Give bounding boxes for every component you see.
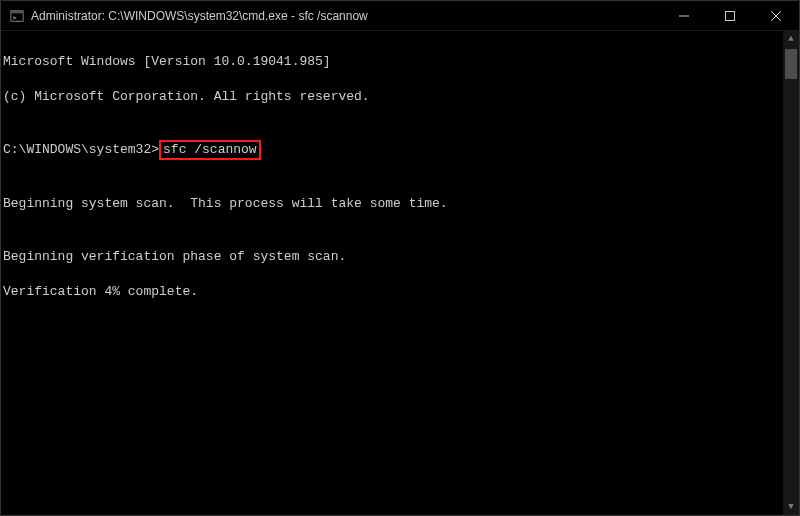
- scrollbar-thumb[interactable]: [785, 49, 797, 79]
- cmd-window: >_ Administrator: C:\WINDOWS\system32\cm…: [0, 0, 800, 516]
- verification-phase-line: Beginning verification phase of system s…: [3, 248, 797, 266]
- titlebar[interactable]: >_ Administrator: C:\WINDOWS\system32\cm…: [1, 1, 799, 31]
- version-line: Microsoft Windows [Version 10.0.19041.98…: [3, 53, 797, 71]
- svg-text:>_: >_: [13, 13, 21, 21]
- minimize-button[interactable]: [661, 1, 707, 30]
- scan-begin-line: Beginning system scan. This process will…: [3, 195, 797, 213]
- scrollbar-down-icon[interactable]: ▼: [783, 499, 799, 515]
- cmd-icon: >_: [9, 8, 25, 24]
- copyright-line: (c) Microsoft Corporation. All rights re…: [3, 88, 797, 106]
- window-controls: [661, 1, 799, 30]
- verification-progress-line: Verification 4% complete.: [3, 283, 797, 301]
- scrollbar-track[interactable]: ▲ ▼: [783, 31, 799, 515]
- window-title: Administrator: C:\WINDOWS\system32\cmd.e…: [31, 9, 661, 23]
- prompt-text: C:\WINDOWS\system32>: [3, 141, 159, 159]
- svg-rect-4: [726, 11, 735, 20]
- close-button[interactable]: [753, 1, 799, 30]
- command-highlight: sfc /scannow: [159, 140, 261, 160]
- maximize-button[interactable]: [707, 1, 753, 30]
- scrollbar-up-icon[interactable]: ▲: [783, 31, 799, 47]
- terminal-output[interactable]: Microsoft Windows [Version 10.0.19041.98…: [1, 31, 799, 515]
- command-line: C:\WINDOWS\system32>sfc /scannow: [3, 140, 797, 160]
